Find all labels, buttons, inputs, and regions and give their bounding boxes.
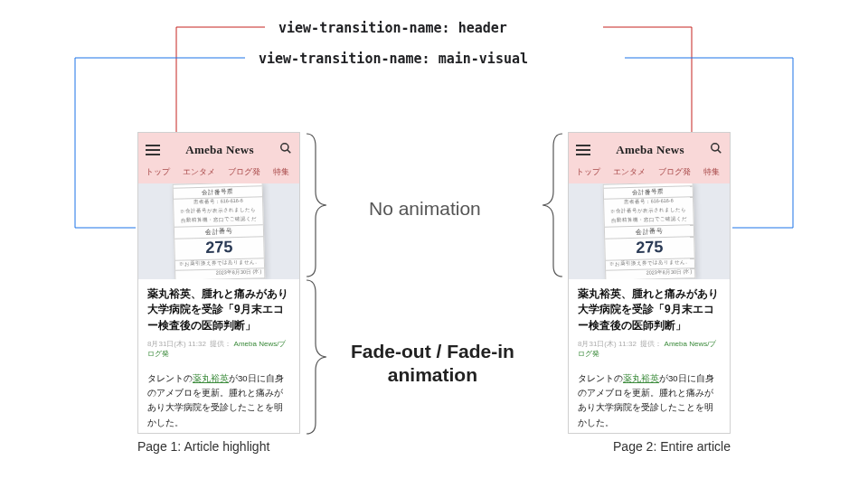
tab-blog[interactable]: ブログ発 — [228, 166, 260, 178]
page1-main-visual: 会計番号票 患者番号：616-616-6 ※会計番号が表示されましたら 自動精算… — [138, 183, 299, 279]
ticket-image: 会計番号票 患者番号：616-616-6 ※会計番号が表示されましたら 自動精算… — [603, 183, 696, 279]
page1-tabs: トップ エンタメ ブログ発 特集 — [138, 163, 299, 183]
caption-page1: Page 1: Article highlight — [137, 439, 269, 454]
svg-point-0 — [281, 144, 288, 151]
tab-top[interactable]: トップ — [576, 166, 600, 178]
page1-body: 薬丸裕英、腫れと痛みがあり大学病院を受診「9月末エコー検査後の医師判断」 8月3… — [138, 279, 299, 433]
page2-phone: Ameba News トップ エンタメ ブログ発 特集 会計番号票 患者番号：6… — [568, 132, 731, 434]
site-logo: Ameba News — [185, 143, 254, 157]
page1-phone: Ameba News トップ エンタメ ブログ発 特集 会計番号票 患者番号：6… — [137, 132, 300, 434]
hamburger-icon[interactable] — [576, 145, 590, 155]
tab-blog[interactable]: ブログ発 — [658, 166, 691, 178]
caption-page2: Page 2: Entire article — [568, 439, 731, 454]
page1-meta: 8月31日(木) 11:32 提供： Ameba News/ブログ発 — [147, 339, 290, 359]
tab-feat[interactable]: 特集 — [703, 166, 720, 178]
excerpt-link[interactable]: 薬丸裕英 — [193, 373, 229, 383]
page1-headline: 薬丸裕英、腫れと痛みがあり大学病院を受診「9月末エコー検査後の医師判断」 — [147, 286, 290, 333]
brace-top-right — [541, 132, 566, 278]
page2-main-visual: 会計番号票 患者番号：616-616-6 ※会計番号が表示されましたら 自動精算… — [569, 183, 730, 279]
svg-line-1 — [288, 150, 291, 154]
page2-meta: 8月31日(木) 11:32 提供： Ameba News/ブログ発 — [578, 339, 721, 359]
ticket-number: 275 — [175, 237, 264, 260]
brace-top-left — [303, 132, 328, 278]
page1-header-top: Ameba News — [138, 136, 299, 163]
search-icon[interactable] — [279, 142, 292, 157]
page2-tabs: トップ エンタメ ブログ発 特集 — [569, 163, 730, 183]
page2-body: 薬丸裕英、腫れと痛みがあり大学病院を受診「9月末エコー検査後の医師判断」 8月3… — [569, 279, 730, 433]
page1-excerpt: タレントの薬丸裕英が30日に自身のアメブロを更新。腫れと痛みがあり大学病院を受診… — [147, 371, 290, 430]
ticket-number: 275 — [605, 237, 694, 260]
search-icon[interactable] — [710, 142, 722, 157]
page2-headline: 薬丸裕英、腫れと痛みがあり大学病院を受診「9月末エコー検査後の医師判断」 — [578, 286, 721, 333]
page1-header: Ameba News トップ エンタメ ブログ発 特集 — [138, 133, 299, 183]
meta-provider: 提供： — [210, 340, 231, 348]
excerpt-pre: タレントの — [578, 373, 623, 383]
code-label-header: view-transition-name: header — [278, 20, 507, 36]
excerpt-pre: タレントの — [147, 373, 193, 383]
site-logo: Ameba News — [616, 143, 684, 157]
svg-point-2 — [712, 144, 719, 151]
page2-header-top: Ameba News — [569, 136, 730, 163]
ticket-date: 2023年8月30日 (水) — [175, 268, 264, 279]
meta-time: 8月31日(木) 11:32 — [147, 340, 206, 348]
tab-top[interactable]: トップ — [146, 166, 170, 178]
meta-time: 8月31日(木) 11:32 — [578, 340, 637, 348]
connector-lines — [0, 0, 868, 488]
tab-feat[interactable]: 特集 — [273, 166, 289, 178]
tab-ent[interactable]: エンタメ — [613, 166, 646, 178]
excerpt-link[interactable]: 薬丸裕英 — [623, 373, 659, 383]
svg-line-3 — [718, 150, 722, 154]
page2-excerpt: タレントの薬丸裕英が30日に自身のアメブロを更新。腫れと痛みがあり大学病院を受診… — [578, 371, 721, 430]
label-fade-animation: Fade-out / Fade-inanimation — [351, 340, 514, 388]
meta-provider: 提供： — [640, 340, 662, 348]
brace-bottom-left — [303, 278, 328, 436]
label-no-animation: No animation — [369, 197, 481, 221]
hamburger-icon[interactable] — [146, 145, 160, 155]
page2-header: Ameba News トップ エンタメ ブログ発 特集 — [569, 133, 730, 183]
tab-ent[interactable]: エンタメ — [183, 166, 215, 178]
code-label-main-visual: view-transition-name: main-visual — [259, 51, 528, 67]
ticket-image: 会計番号票 患者番号：616-616-6 ※会計番号が表示されましたら 自動精算… — [173, 183, 266, 279]
ticket-date: 2023年8月30日 (水) — [606, 268, 694, 279]
